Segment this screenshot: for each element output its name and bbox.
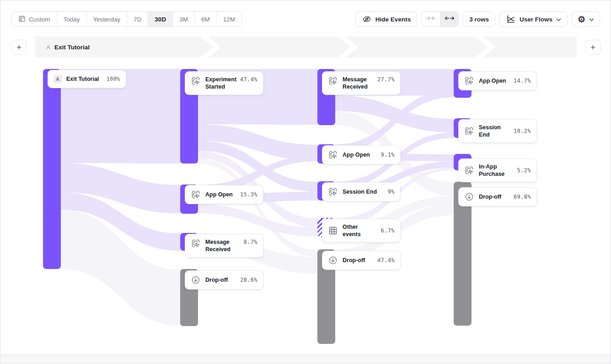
- flow-node-experiment-started[interactable]: Experiment Started47.4%: [185, 71, 263, 95]
- node-percentage: 47.4%: [240, 76, 257, 83]
- add-step-left-button[interactable]: +: [11, 40, 27, 55]
- flow-node-drop-off[interactable]: Drop-off28.6%: [185, 270, 263, 290]
- node-percentage: 100%: [107, 75, 121, 83]
- node-label: Drop-off: [479, 193, 509, 200]
- node-label: Message Received: [343, 76, 373, 90]
- calendar-icon: [18, 15, 26, 24]
- user-flows-chart-icon: [506, 14, 516, 24]
- node-label: App Open: [479, 77, 509, 84]
- date-range-label: 30D: [155, 16, 166, 23]
- eye-off-icon: [362, 14, 372, 24]
- node-percentage: 69.8%: [514, 193, 531, 200]
- node-percentage: 6.7%: [381, 227, 395, 234]
- drop-off-icon: [464, 192, 474, 202]
- date-range-group: CustomTodayYesterday7D30D3M6M12M: [11, 11, 242, 27]
- event-icon: [328, 76, 338, 86]
- event-icon: [191, 76, 201, 86]
- date-range-label: 6M: [201, 16, 210, 23]
- user-flows-canvas: CustomTodayYesterday7D30D3M6M12M Hide Ev…: [0, 0, 611, 364]
- rows-label: 3 rows: [469, 16, 489, 23]
- node-percentage: 15.3%: [240, 191, 257, 198]
- node-label: App Open: [343, 151, 376, 158]
- chevron-down-icon: [589, 16, 594, 23]
- toolbar-right: Hide Events: [355, 11, 600, 27]
- flow-node-drop-off[interactable]: Drop-off69.8%: [458, 187, 537, 206]
- node-label: Other events: [343, 223, 376, 238]
- expand-icon: [445, 15, 455, 23]
- date-range-label: Yesterday: [93, 16, 121, 23]
- flow-node-session-end[interactable]: Session End10.2%: [458, 119, 537, 143]
- node-percentage: 9%: [388, 188, 395, 195]
- date-range-label: 12M: [223, 16, 235, 23]
- flow-node-message-received[interactable]: Message Received27.7%: [322, 71, 401, 95]
- date-range-label: 7D: [134, 16, 141, 23]
- node-percentage: 14.7%: [514, 77, 531, 84]
- node-label: Drop-off: [343, 257, 373, 264]
- add-step-right-button[interactable]: +: [585, 40, 600, 55]
- date-range-custom[interactable]: Custom: [12, 12, 57, 26]
- step-letter: A: [46, 44, 50, 51]
- event-icon: [328, 187, 338, 197]
- plus-icon: +: [590, 42, 595, 53]
- date-range-6m[interactable]: 6M: [195, 12, 217, 26]
- date-range-label: 3M: [179, 16, 188, 23]
- view-selector-button[interactable]: User Flows: [499, 11, 568, 27]
- drop-off-icon: [328, 255, 338, 265]
- event-icon: [191, 238, 201, 248]
- node-label: Drop-off: [205, 276, 236, 284]
- settings-button[interactable]: ⚙: [572, 11, 600, 27]
- gear-icon: ⚙: [578, 15, 585, 24]
- step-chevron: [338, 37, 357, 58]
- event-icon: [464, 126, 474, 136]
- chevron-down-icon: [556, 16, 561, 23]
- event-icon: [328, 150, 338, 160]
- flow-node-exit-tutorial[interactable]: AExit Tutorial100%: [48, 70, 126, 88]
- step-title-group: A Exit Tutorial: [46, 37, 90, 58]
- drop-off-icon: [191, 275, 201, 285]
- node-label: In-App Purchase: [479, 163, 513, 178]
- date-range-3m[interactable]: 3M: [173, 12, 195, 26]
- date-range-today[interactable]: Today: [57, 12, 87, 26]
- event-icon: [464, 165, 474, 175]
- hide-events-button[interactable]: Hide Events: [355, 11, 417, 27]
- node-percentage: 47.4%: [377, 257, 395, 264]
- flow-node-session-end[interactable]: Session End9%: [322, 182, 401, 201]
- node-label: Message Received: [205, 238, 239, 253]
- date-range-yesterday[interactable]: Yesterday: [87, 12, 128, 26]
- node-label: Session End: [479, 124, 509, 138]
- date-range-label: Custom: [29, 16, 50, 23]
- date-range-7d[interactable]: 7D: [127, 12, 148, 26]
- flow-node-message-received[interactable]: Message Received8.7%: [185, 234, 263, 258]
- date-range-12m[interactable]: 12M: [217, 12, 241, 26]
- date-range-30d[interactable]: 30D: [148, 12, 173, 26]
- hide-events-label: Hide Events: [375, 16, 411, 23]
- flow-node-app-open[interactable]: App Open9.1%: [322, 145, 401, 164]
- flow-bar-exit-tutorial[interactable]: [43, 69, 61, 269]
- event-icon: [464, 76, 474, 86]
- step-a-badge: A: [54, 75, 62, 83]
- node-label: Experiment Started: [205, 76, 236, 90]
- flow-node-other-events[interactable]: Other events6.7%: [322, 219, 401, 243]
- flow-node-app-open[interactable]: App Open15.3%: [185, 185, 263, 204]
- node-percentage: 9.1%: [381, 151, 395, 158]
- node-percentage: 5.2%: [517, 167, 531, 174]
- flow-node-drop-off[interactable]: Drop-off47.4%: [322, 251, 401, 270]
- node-label: App Open: [205, 191, 236, 198]
- plus-icon: +: [16, 42, 21, 53]
- node-label: Exit Tutorial: [66, 75, 102, 83]
- step-chevron: [201, 37, 220, 58]
- step-chevron: [475, 37, 494, 58]
- footer-strip: [0, 354, 611, 364]
- node-percentage: 27.7%: [377, 76, 395, 83]
- node-label: Session End: [343, 188, 383, 195]
- expand-columns-button[interactable]: [440, 12, 458, 26]
- view-selector-label: User Flows: [520, 16, 552, 23]
- node-percentage: 10.2%: [514, 127, 531, 135]
- flow-node-app-open[interactable]: App Open14.7%: [458, 71, 537, 90]
- step-header-band[interactable]: A Exit Tutorial: [35, 37, 577, 58]
- collapse-columns-button[interactable]: [422, 12, 440, 26]
- other-events-icon: [328, 226, 338, 236]
- flow-node-in-app-purchase[interactable]: In-App Purchase5.2%: [458, 158, 537, 182]
- rows-button[interactable]: 3 rows: [463, 11, 495, 27]
- step-title: Exit Tutorial: [54, 44, 90, 51]
